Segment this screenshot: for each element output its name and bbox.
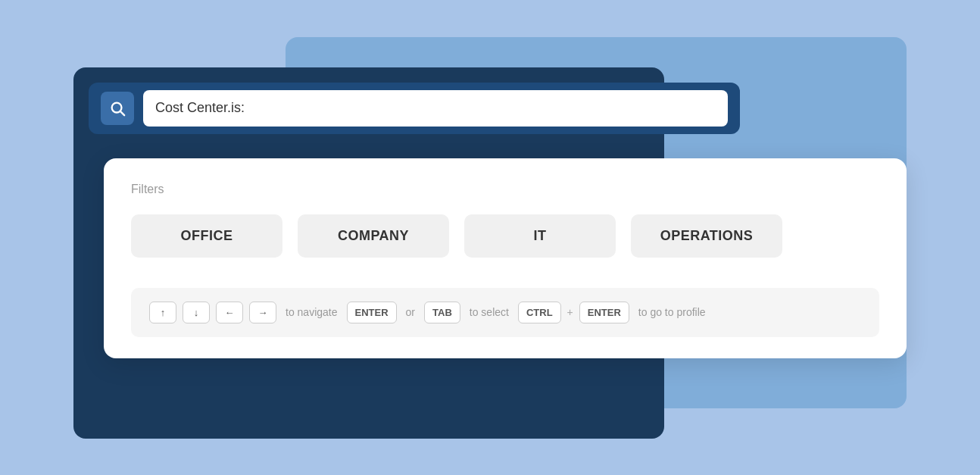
filter-buttons: OFFICE COMPANY IT OPERATIONS	[131, 214, 879, 258]
profile-text: to go to profile	[638, 306, 706, 318]
plus-icon: +	[567, 306, 573, 318]
key-ctrl: CTRL	[518, 302, 561, 323]
key-left: ←	[216, 302, 243, 323]
search-input[interactable]	[143, 90, 728, 127]
key-tab: TAB	[424, 302, 460, 323]
or-text: or	[406, 306, 415, 318]
key-enter-profile: ENTER	[579, 302, 629, 323]
filter-btn-it[interactable]: IT	[464, 214, 616, 258]
search-bar-container	[89, 83, 740, 134]
shortcuts-bar: ↑ ↓ ← → to navigate ENTER or TAB to sele…	[131, 288, 879, 337]
filter-btn-office[interactable]: OFFICE	[131, 214, 282, 258]
filter-btn-company[interactable]: COMPANY	[298, 214, 449, 258]
key-down: ↓	[183, 302, 210, 323]
search-icon-wrapper	[101, 92, 134, 125]
nav-text: to navigate	[286, 306, 338, 318]
select-text: to select	[470, 306, 509, 318]
key-up: ↑	[149, 302, 176, 323]
filter-btn-operations[interactable]: OPERATIONS	[631, 214, 782, 258]
search-icon	[109, 100, 126, 117]
scene: Filters OFFICE COMPANY IT OPERATIONS ↑ ↓…	[73, 37, 907, 439]
key-right: →	[249, 302, 276, 323]
svg-line-1	[120, 111, 124, 115]
filters-label: Filters	[131, 183, 879, 196]
key-enter-select: ENTER	[347, 302, 397, 323]
filter-card: Filters OFFICE COMPANY IT OPERATIONS ↑ ↓…	[104, 158, 907, 358]
